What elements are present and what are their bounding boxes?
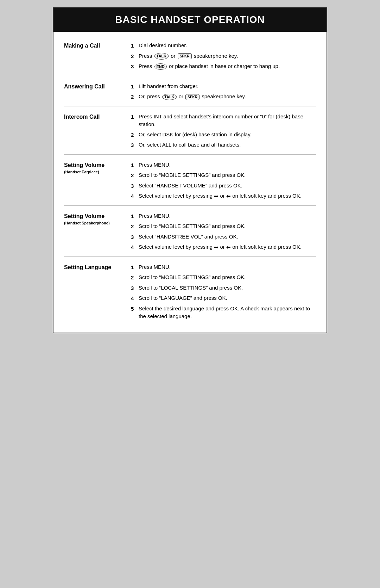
step-number: 2 — [131, 52, 139, 61]
step-number: 3 — [131, 233, 139, 241]
step-number: 3 — [131, 182, 139, 190]
step-text: Dial desired number. — [139, 42, 316, 50]
steps-setting-volume-speakerphone: 1Press MENU.2Scroll to “MOBILE SETTINGS”… — [131, 212, 316, 252]
step-text: Or, select DSK for (desk) base station i… — [139, 131, 316, 139]
steps-setting-language: 1Press MENU.2Scroll to “MOBILE SETTINGS”… — [131, 263, 316, 321]
right-arrow-icon: ➡ — [214, 192, 218, 200]
step-number: 1 — [131, 113, 139, 121]
section-label-making-call: Making a Call — [64, 42, 131, 50]
button-badge: TALK — [162, 94, 177, 100]
step-number: 2 — [131, 171, 139, 180]
step-text: Lift handset from charger. — [139, 82, 316, 91]
section-setting-language: Setting Language1Press MENU.2Scroll to “… — [64, 257, 316, 326]
step-text: Press END or place handset in base or ch… — [139, 62, 316, 70]
step-item: 1Lift handset from charger. — [131, 82, 316, 91]
step-number: 3 — [131, 141, 139, 149]
step-number: 1 — [131, 212, 139, 221]
section-intercom-call: Intercom Call1Press INT and select hands… — [64, 106, 316, 155]
section-sub-label: (Handset Earpiece) — [64, 169, 131, 174]
step-text: Select the desired language and press OK… — [139, 305, 316, 321]
section-label-answering-call: Answering Call — [64, 82, 131, 91]
step-item: 2Or, select DSK for (desk) base station … — [131, 131, 316, 139]
step-item: 4Select volume level by pressing ➡ or ⬅ … — [131, 192, 316, 200]
step-number: 4 — [131, 243, 139, 252]
step-number: 4 — [131, 294, 139, 303]
left-arrow-icon: ⬅ — [226, 192, 231, 200]
step-number: 2 — [131, 131, 139, 139]
step-text: Scroll to “LANGUAGE” and press OK. — [139, 294, 316, 302]
step-text: Or, press TALK or SPKR speakerphone key. — [139, 93, 316, 101]
step-number: 1 — [131, 263, 139, 272]
step-item: 2Or, press TALK or SPKR speakerphone key… — [131, 93, 316, 101]
step-text: Scroll to “MOBILE SETTINGS” and press OK… — [139, 171, 316, 179]
step-number: 4 — [131, 192, 139, 200]
step-number: 1 — [131, 161, 139, 169]
step-number: 2 — [131, 222, 139, 231]
button-badge: SPKR — [178, 53, 192, 59]
step-item: 3Scroll to “LOCAL SETTINGS” and press OK… — [131, 284, 316, 292]
button-badge: TALK — [154, 53, 169, 59]
step-item: 2Press TALK or SPKR speakerphone key. — [131, 52, 316, 61]
step-text: Select “HANDSFREE VOL” and press OK. — [139, 233, 316, 241]
step-item: 1Press MENU. — [131, 212, 316, 221]
steps-intercom-call: 1Press INT and select handset’s intercom… — [131, 113, 316, 149]
left-arrow-icon: ⬅ — [226, 243, 231, 252]
step-number: 3 — [131, 284, 139, 292]
step-item: 1Press MENU. — [131, 161, 316, 169]
step-text: Press MENU. — [139, 161, 316, 169]
page: BASIC HANDSET OPERATION Making a Call1Di… — [53, 7, 327, 333]
step-item: 4Select volume level by pressing ➡ or ⬅ … — [131, 243, 316, 252]
step-text: Scroll to “MOBILE SETTINGS” and press OK… — [139, 222, 316, 230]
step-text: Scroll to “LOCAL SETTINGS” and press OK. — [139, 284, 316, 292]
section-setting-volume-speakerphone: Setting Volume(Handset Speakerphone)1Pre… — [64, 206, 316, 257]
step-text: Select volume level by pressing ➡ or ⬅ o… — [139, 243, 316, 251]
step-text: Press MENU. — [139, 263, 316, 271]
step-item: 2Scroll to “MOBILE SETTINGS” and press O… — [131, 171, 316, 180]
section-answering-call: Answering Call1Lift handset from charger… — [64, 76, 316, 106]
section-label-setting-volume-earpiece: Setting Volume(Handset Earpiece) — [64, 161, 131, 175]
step-item: 5Select the desired language and press O… — [131, 305, 316, 321]
step-item: 3Press END or place handset in base or c… — [131, 62, 316, 71]
step-text: Press MENU. — [139, 212, 316, 220]
step-item: 3Select “HANDSET VOLUME” and press OK. — [131, 182, 316, 190]
steps-making-call: 1Dial desired number.2Press TALK or SPKR… — [131, 42, 316, 71]
step-text: Press TALK or SPKR speakerphone key. — [139, 52, 316, 60]
step-text: Scroll to “MOBILE SETTINGS” and press OK… — [139, 273, 316, 281]
step-number: 1 — [131, 82, 139, 91]
section-setting-volume-earpiece: Setting Volume(Handset Earpiece)1Press M… — [64, 155, 316, 206]
page-header: BASIC HANDSET OPERATION — [53, 8, 327, 32]
section-label-setting-language: Setting Language — [64, 263, 131, 271]
content-area: Making a Call1Dial desired number.2Press… — [53, 32, 327, 333]
step-number: 5 — [131, 305, 139, 313]
step-number: 2 — [131, 273, 139, 282]
steps-answering-call: 1Lift handset from charger.2Or, press TA… — [131, 82, 316, 101]
step-item: 3Or, select ALL to call base and all han… — [131, 141, 316, 149]
step-item: 1Press MENU. — [131, 263, 316, 272]
page-title: BASIC HANDSET OPERATION — [61, 14, 319, 25]
button-badge: SPKR — [185, 94, 200, 100]
step-number: 2 — [131, 93, 139, 101]
step-number: 3 — [131, 62, 139, 71]
step-text: Or, select ALL to call base and all hand… — [139, 141, 316, 149]
section-label-setting-volume-speakerphone: Setting Volume(Handset Speakerphone) — [64, 212, 131, 226]
step-text: Press INT and select handset’s intercom … — [139, 113, 316, 129]
step-item: 1Press INT and select handset’s intercom… — [131, 113, 316, 129]
step-item: 3Select “HANDSFREE VOL” and press OK. — [131, 233, 316, 241]
section-sub-label: (Handset Speakerphone) — [64, 221, 131, 225]
section-label-intercom-call: Intercom Call — [64, 113, 131, 121]
steps-setting-volume-earpiece: 1Press MENU.2Scroll to “MOBILE SETTINGS”… — [131, 161, 316, 200]
step-item: 2Scroll to “MOBILE SETTINGS” and press O… — [131, 222, 316, 231]
step-item: 1Dial desired number. — [131, 42, 316, 50]
button-badge: END — [154, 63, 167, 70]
step-text: Select volume level by pressing ➡ or ⬅ o… — [139, 192, 316, 200]
right-arrow-icon: ➡ — [214, 243, 218, 252]
step-number: 1 — [131, 42, 139, 50]
step-item: 4Scroll to “LANGUAGE” and press OK. — [131, 294, 316, 303]
step-item: 2Scroll to “MOBILE SETTINGS” and press O… — [131, 273, 316, 282]
step-text: Select “HANDSET VOLUME” and press OK. — [139, 182, 316, 190]
section-making-call: Making a Call1Dial desired number.2Press… — [64, 35, 316, 76]
